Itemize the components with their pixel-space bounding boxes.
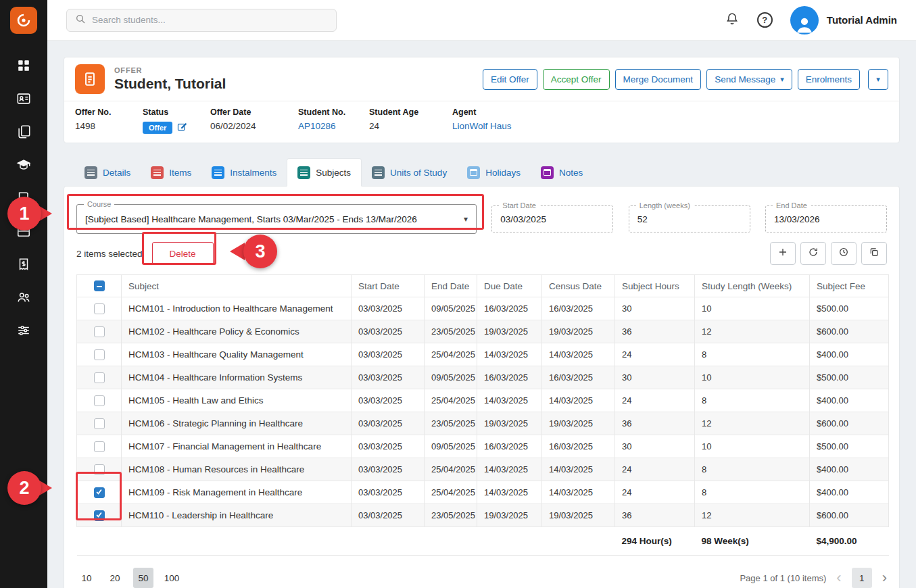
accept-offer-button[interactable]: Accept Offer [543,69,610,90]
student-no-link[interactable]: AP10286 [298,121,369,131]
select-all-checkbox[interactable] [94,280,105,291]
delete-button[interactable]: Delete [152,242,214,265]
invoice-icon [16,257,31,274]
row-checkbox[interactable] [94,372,105,383]
subject-cell: HCM103 - Healthcare Quality Management [122,343,352,366]
sidebar-item-agents[interactable] [0,291,47,306]
student-no-label: Student No. [298,107,369,117]
app-logo[interactable] [0,0,47,41]
refresh-button[interactable] [800,242,826,265]
row-checkbox[interactable] [94,303,105,314]
tab-details-label: Details [103,168,130,178]
due-date-cell: 14/03/2025 [477,458,542,481]
row-checkbox-cell[interactable] [77,297,122,320]
send-message-button[interactable]: Send Message▾ [706,69,792,90]
tab-units-of-study[interactable]: Units of Study [362,158,457,187]
row-checkbox-cell[interactable] [77,458,122,481]
copy-button[interactable] [861,242,887,265]
user-menu[interactable]: Tutorial Admin [790,6,897,34]
row-checkbox[interactable] [94,441,105,452]
study-length-cell: 8 [695,343,810,366]
subject-hours-cell: 30 [615,366,695,389]
end-date-cell: 25/04/2025 [425,458,477,481]
row-checkbox-cell[interactable] [77,504,122,527]
sidebar-item-courses[interactable] [0,159,47,174]
row-checkbox[interactable] [94,510,105,521]
sidebar-item-finance[interactable] [0,258,47,273]
select-all-cell[interactable] [77,275,122,297]
row-checkbox-cell[interactable] [77,389,122,412]
edit-offer-button[interactable]: Edit Offer [483,69,537,90]
row-checkbox[interactable] [94,349,105,360]
page-size-options: 10 20 50 100 [76,568,182,588]
column-header-subject-hours[interactable]: Subject Hours [615,275,695,297]
copy-icon [869,247,879,260]
sidebar-item-dashboard[interactable] [0,59,47,74]
page-number-button[interactable]: 1 [852,568,872,588]
tab-instalments[interactable]: Instalments [201,158,287,187]
merge-document-button[interactable]: Merge Document [615,69,702,90]
row-checkbox[interactable] [94,326,105,337]
column-header-study-length[interactable]: Study Length (Weeks) [695,275,810,297]
search-box[interactable] [66,9,337,32]
row-checkbox-cell[interactable] [77,435,122,458]
page-size-10[interactable]: 10 [76,568,97,588]
annotation-step-1: 1 [7,197,41,230]
subject-cell: HCM105 - Health Law and Ethics [122,389,352,412]
page-size-50[interactable]: 50 [133,568,153,588]
tab-notes-label: Notes [559,168,583,178]
row-checkbox[interactable] [94,395,105,406]
subject-cell: HCM106 - Strategic Planning in Healthcar… [122,412,352,435]
tab-notes[interactable]: Notes [531,158,593,187]
page-info-text: Page 1 of 1 (10 items) [740,573,826,583]
subject-cell: HCM109 - Risk Management in Healthcare [122,481,352,504]
row-checkbox[interactable] [94,418,105,429]
table-row: HCM103 - Healthcare Quality Management03… [77,343,889,366]
page-size-20[interactable]: 20 [105,568,125,588]
more-actions-button[interactable]: ▾ [868,69,888,90]
status-label: Status [143,107,210,117]
tab-details[interactable]: Details [74,158,141,187]
next-page-icon[interactable]: › [882,570,887,585]
course-select[interactable]: Course [Subject Based] Healthcare Manage… [76,204,477,234]
help-icon[interactable]: ? [757,12,773,28]
length-weeks-field-label: Length (weeks) [636,201,694,210]
search-input[interactable] [92,15,328,25]
page-size-100[interactable]: 100 [162,568,182,588]
tab-items[interactable]: Items [141,158,201,187]
row-checkbox[interactable] [94,464,105,475]
end-date-cell: 23/05/2025 [425,504,477,527]
column-header-start-date[interactable]: Start Date [352,275,425,297]
row-checkbox-cell[interactable] [77,320,122,343]
history-button[interactable] [831,242,857,265]
agent-link[interactable]: LionWolf Haus [452,121,512,131]
edit-status-icon[interactable] [176,121,188,134]
offer-info-row: Offer No. 1498 Status Offer Offer Date 0… [64,101,899,143]
table-row-selected: HCM110 - Leadership in Healthcare03/03/2… [77,504,889,527]
tab-subjects[interactable]: Subjects [287,158,362,187]
column-header-census-date[interactable]: Census Date [542,275,615,297]
offer-date-label: Offer Date [210,107,298,117]
previous-page-icon[interactable]: ‹ [836,570,841,585]
study-length-cell: 10 [695,366,810,389]
column-header-end-date[interactable]: End Date [425,275,477,297]
column-header-subject[interactable]: Subject [122,275,352,297]
end-date-cell: 09/05/2025 [425,297,477,320]
column-header-due-date[interactable]: Due Date [477,275,542,297]
row-checkbox-cell[interactable] [77,412,122,435]
enrolments-button[interactable]: Enrolments [798,69,860,90]
subject-hours-cell: 24 [615,458,695,481]
topbar-right: ? Tutorial Admin [725,6,897,34]
student-no-field: Student No. AP10286 [298,107,369,134]
row-checkbox-cell[interactable] [77,481,122,504]
sidebar-item-settings[interactable] [0,324,47,339]
sidebar-item-offers[interactable] [0,126,47,141]
tab-holidays[interactable]: Holidays [457,158,531,187]
add-subject-button[interactable] [770,242,796,265]
row-checkbox[interactable] [94,487,105,498]
row-checkbox-cell[interactable] [77,343,122,366]
column-header-subject-fee[interactable]: Subject Fee [810,275,889,297]
sidebar-item-students[interactable] [0,93,47,107]
notifications-bell-icon[interactable] [725,11,740,29]
row-checkbox-cell[interactable] [77,366,122,389]
